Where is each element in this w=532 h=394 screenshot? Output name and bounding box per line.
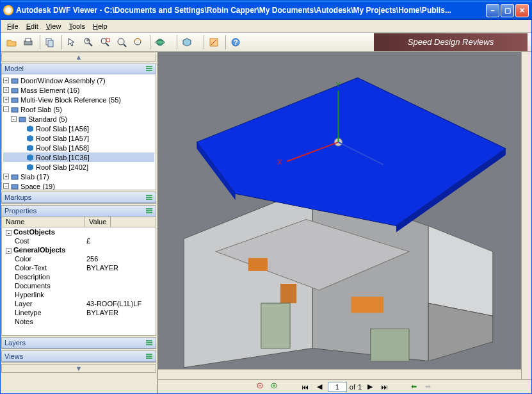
zoom-in-button[interactable] xyxy=(270,382,282,392)
svg-rect-19 xyxy=(146,68,152,69)
tree-item[interactable]: Roof Slab [1C36] xyxy=(3,152,154,162)
properties-panel-header[interactable]: Properties xyxy=(2,206,156,217)
model-tree[interactable]: +Door/Window Assembly (7)+Mass Element (… xyxy=(2,74,156,190)
tree-item[interactable]: Roof Slab [1A57] xyxy=(3,133,154,143)
svg-rect-1 xyxy=(26,38,31,42)
panel-menu-icon[interactable] xyxy=(145,207,153,215)
statusbar: ⏮ ◀ of 1 ▶ ⏭ ⬅ ➡ xyxy=(158,379,531,393)
view3d-icon[interactable] xyxy=(180,35,194,49)
zoom-out-icon[interactable] xyxy=(131,35,145,49)
tree-item[interactable]: +Mass Element (16) xyxy=(3,85,154,95)
panel-menu-icon[interactable] xyxy=(145,193,153,201)
svg-rect-26 xyxy=(12,175,18,179)
cube-icon xyxy=(26,125,34,133)
copy-icon[interactable] xyxy=(43,35,57,49)
svg-rect-9 xyxy=(106,38,109,42)
page-input[interactable] xyxy=(328,382,347,392)
zoom-extents-icon[interactable] xyxy=(98,35,112,49)
last-page-icon[interactable]: ⏭ xyxy=(378,382,390,392)
tree-item[interactable]: +Multi-View Block Reference (55) xyxy=(3,95,154,104)
tree-toggle-icon[interactable]: + xyxy=(3,87,9,93)
svg-rect-47 xyxy=(351,297,383,313)
close-button[interactable]: ✕ xyxy=(515,4,529,17)
cube-icon xyxy=(26,154,34,161)
tree-item[interactable]: +Slab (17) xyxy=(3,172,154,181)
next-page-icon[interactable]: ▶ xyxy=(364,382,376,392)
minimize-button[interactable]: – xyxy=(486,4,499,17)
maximize-button[interactable]: ▢ xyxy=(501,4,514,17)
horizontal-scrollbar[interactable] xyxy=(158,369,521,379)
column-name[interactable]: Name xyxy=(2,217,85,227)
menu-help[interactable]: Help xyxy=(89,21,111,31)
zoom-out-button[interactable] xyxy=(256,382,268,392)
object-icon xyxy=(11,77,19,85)
svg-rect-36 xyxy=(146,344,152,345)
collapse-up-icon[interactable]: ▲ xyxy=(1,53,156,62)
open-icon[interactable] xyxy=(4,35,19,49)
tree-item[interactable]: -Standard (5) xyxy=(3,114,154,124)
help-icon[interactable]: ? xyxy=(229,35,243,49)
tree-item[interactable]: Roof Slab [2402] xyxy=(3,162,154,172)
properties-row: Description xyxy=(2,272,156,281)
property-name: Description xyxy=(3,273,86,281)
section-toggle-icon[interactable]: - xyxy=(6,230,12,236)
menu-file[interactable]: File xyxy=(3,21,22,31)
print-icon[interactable] xyxy=(21,35,35,49)
panel-menu-icon[interactable] xyxy=(145,65,153,72)
properties-row: Cost£ xyxy=(2,236,156,245)
object-icon xyxy=(11,106,19,113)
property-name: Layer xyxy=(3,300,86,308)
orbit-icon[interactable] xyxy=(153,35,167,49)
tree-item[interactable]: Roof Slab [1A58] xyxy=(3,143,154,152)
panel-menu-icon[interactable] xyxy=(145,339,153,347)
svg-rect-23 xyxy=(12,98,18,103)
properties-section: -CostObjects xyxy=(2,227,156,236)
first-page-icon[interactable]: ⏮ xyxy=(300,382,311,392)
tree-item[interactable]: +Door/Window Assembly (7) xyxy=(3,76,154,85)
tree-toggle-icon[interactable]: + xyxy=(3,78,9,83)
markups-panel-header[interactable]: Markups xyxy=(2,192,156,203)
tree-toggle-icon[interactable]: - xyxy=(3,106,9,112)
column-value[interactable]: Value xyxy=(85,217,111,227)
select-icon[interactable] xyxy=(65,35,79,49)
property-name: Documents xyxy=(3,282,86,290)
tree-item-label: Door/Window Assembly (7) xyxy=(20,77,106,85)
svg-rect-3 xyxy=(48,40,53,47)
markup-icon[interactable] xyxy=(207,35,221,49)
svg-rect-46 xyxy=(248,258,268,271)
property-value xyxy=(86,318,154,325)
tree-item[interactable]: Roof Slab [1A56] xyxy=(3,124,154,133)
zoom-in-icon[interactable] xyxy=(115,35,129,49)
tree-toggle-icon[interactable]: - xyxy=(11,116,17,122)
vertical-scrollbar[interactable] xyxy=(521,52,531,379)
menu-edit[interactable]: Edit xyxy=(22,21,42,31)
model-panel-header[interactable]: Model xyxy=(2,63,156,74)
zoom-window-icon[interactable]: + xyxy=(81,35,95,49)
3d-viewport[interactable]: Y X ⏮ ◀ of 1 ▶ ⏭ ⬅ ➡ xyxy=(158,52,531,393)
tree-item-label: Roof Slab [2402] xyxy=(36,163,88,171)
panel-menu-icon[interactable] xyxy=(145,352,153,360)
tree-toggle-icon[interactable]: + xyxy=(3,97,9,103)
prev-page-icon[interactable]: ◀ xyxy=(314,382,325,392)
svg-rect-25 xyxy=(19,117,26,122)
menu-tools[interactable]: Tools xyxy=(65,21,89,31)
svg-line-11 xyxy=(124,44,126,47)
tree-item[interactable]: -Space (19) xyxy=(3,181,154,190)
section-toggle-icon[interactable]: - xyxy=(6,248,12,254)
collapse-down-icon[interactable]: ▼ xyxy=(1,364,156,373)
tree-toggle-icon[interactable]: + xyxy=(3,174,9,179)
tree-item-label: Mass Element (16) xyxy=(20,86,79,94)
properties-section: -GeneralObjects xyxy=(2,245,156,254)
titlebar: Autodesk DWF Viewer - C:\Documents and S… xyxy=(1,1,531,20)
property-value xyxy=(86,291,154,299)
object-icon xyxy=(11,86,19,94)
nav-back-icon[interactable]: ⬅ xyxy=(408,382,419,392)
property-value: £ xyxy=(86,237,154,245)
tree-item[interactable]: -Roof Slab (5) xyxy=(3,104,154,114)
layers-panel-header[interactable]: Layers xyxy=(2,338,156,349)
menu-view[interactable]: View xyxy=(42,21,65,31)
views-panel-header[interactable]: Views xyxy=(2,351,156,362)
page-total: 1 xyxy=(358,383,362,391)
tree-toggle-icon[interactable]: - xyxy=(3,183,9,189)
nav-forward-icon[interactable]: ➡ xyxy=(422,382,433,392)
